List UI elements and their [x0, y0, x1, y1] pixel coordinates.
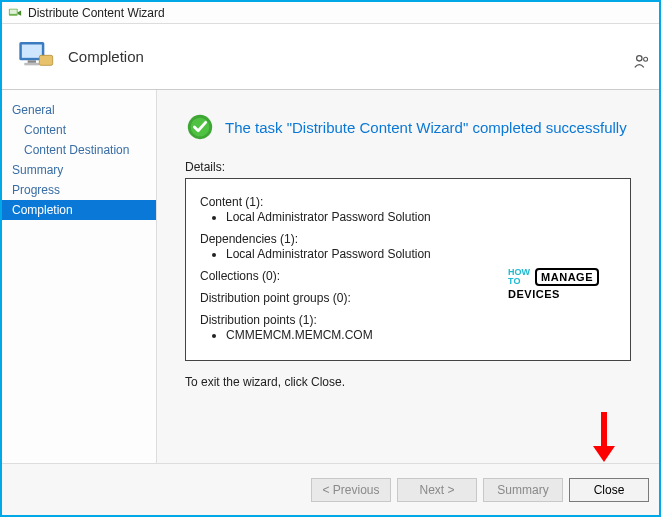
window-title: Distribute Content Wizard: [28, 6, 165, 20]
sidebar-item-content-destination[interactable]: Content Destination: [2, 140, 156, 160]
titlebar: Distribute Content Wizard: [2, 2, 659, 24]
details-dependencies-title: Dependencies (1):: [200, 232, 616, 246]
wizard-icon: [16, 37, 56, 77]
svg-rect-3: [22, 44, 42, 57]
details-dependencies-item: Local Administrator Password Solution: [226, 247, 616, 261]
details-dp-title: Distribution points (1):: [200, 313, 616, 327]
svg-rect-6: [39, 55, 52, 65]
people-icon: [633, 52, 651, 74]
wizard-sidebar: General Content Content Destination Summ…: [2, 90, 157, 463]
svg-rect-5: [24, 62, 39, 65]
details-content-item: Local Administrator Password Solution: [226, 210, 616, 224]
main-pane: The task "Distribute Content Wizard" com…: [157, 90, 659, 463]
sidebar-item-progress[interactable]: Progress: [2, 180, 156, 200]
details-box: Content (1): Local Administrator Passwor…: [185, 178, 631, 361]
close-button[interactable]: Close: [569, 478, 649, 502]
summary-button: Summary: [483, 478, 563, 502]
exit-instruction: To exit the wizard, click Close.: [185, 375, 631, 389]
success-row: The task "Distribute Content Wizard" com…: [185, 112, 631, 142]
header-band: Completion: [2, 24, 659, 90]
previous-button: < Previous: [311, 478, 391, 502]
app-icon: [8, 6, 22, 20]
svg-point-7: [637, 56, 642, 61]
next-button: Next >: [397, 478, 477, 502]
svg-rect-1: [10, 9, 17, 13]
success-message: The task "Distribute Content Wizard" com…: [225, 119, 627, 136]
page-title: Completion: [68, 48, 144, 65]
success-check-icon: [185, 112, 215, 142]
sidebar-item-completion[interactable]: Completion: [2, 200, 156, 220]
svg-point-8: [644, 57, 648, 61]
wizard-footer: < Previous Next > Summary Close: [2, 463, 659, 515]
sidebar-item-general[interactable]: General: [2, 100, 156, 120]
sidebar-item-content[interactable]: Content: [2, 120, 156, 140]
svg-rect-4: [28, 60, 36, 63]
details-label: Details:: [185, 160, 631, 174]
sidebar-item-summary[interactable]: Summary: [2, 160, 156, 180]
details-dp-item: CMMEMCM.MEMCM.COM: [226, 328, 616, 342]
details-collections-title: Collections (0):: [200, 269, 616, 283]
details-dpg-title: Distribution point groups (0):: [200, 291, 616, 305]
details-content-title: Content (1):: [200, 195, 616, 209]
